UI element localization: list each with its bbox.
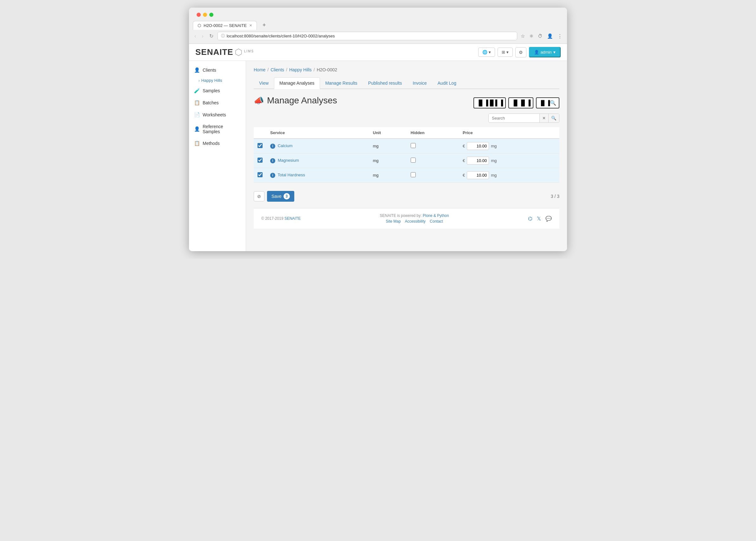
back-button[interactable]: ‹ — [193, 33, 197, 40]
user-chevron: ▾ — [554, 50, 556, 55]
price-input-2[interactable] — [467, 157, 489, 165]
clock-icon[interactable]: ⏱ — [537, 32, 544, 40]
profile-icon[interactable]: 👤 — [546, 32, 554, 40]
row-hidden-cb-1[interactable] — [411, 143, 416, 148]
tab-view[interactable]: View — [254, 77, 274, 89]
globe-icon: 🌐 — [482, 50, 488, 55]
breadcrumb-home[interactable]: Home — [254, 67, 265, 72]
minimize-window-dot[interactable] — [203, 13, 207, 17]
row-service-cell-2: i Magnesium — [266, 154, 369, 168]
tab-audit-log[interactable]: Audit Log — [432, 77, 462, 89]
row-service-cell-3: i Total Hardness — [266, 168, 369, 183]
extension-icon[interactable]: ⚛ — [528, 32, 534, 40]
address-bar[interactable]: ⓘ localhost:8080/senaite/clients/client-… — [217, 32, 517, 40]
analyses-table: Service Unit Hidden Price i Calcium — [254, 127, 560, 183]
sidebar-clients-label: Clients — [202, 68, 216, 73]
sidebar-item-worksheets[interactable]: 📄 Worksheets — [189, 109, 246, 121]
samples-icon: 🧪 — [194, 88, 200, 94]
breadcrumb-sep-1: / — [267, 67, 268, 72]
maximize-window-dot[interactable] — [209, 13, 213, 17]
cancel-button[interactable]: ⊘ — [254, 191, 264, 201]
col-price: Price — [459, 127, 560, 139]
tab-manage-results[interactable]: Manage Results — [320, 77, 363, 89]
search-go-button[interactable]: 🔍 — [548, 114, 559, 122]
info-icon-1[interactable]: i — [270, 144, 275, 149]
row-checkbox-2[interactable] — [257, 158, 262, 163]
user-button[interactable]: 👤 admin ▾ — [529, 47, 561, 57]
price-input-1[interactable] — [467, 142, 489, 150]
twitter-icon[interactable]: 𝕏 — [537, 216, 541, 222]
col-checkbox — [254, 127, 266, 139]
batches-icon: 📋 — [194, 100, 200, 106]
main-content: Home / Clients / Happy Hills / H2O-0002 … — [246, 61, 567, 251]
new-tab-button[interactable]: + — [260, 21, 268, 30]
lock-icon: ⓘ — [221, 33, 225, 39]
save-button[interactable]: Save 3 — [267, 191, 294, 202]
row-checkbox-1[interactable] — [257, 143, 262, 148]
info-icon-2[interactable]: i — [270, 158, 275, 163]
cancel-icon: ⊘ — [257, 194, 261, 199]
breadcrumb-happy-hills[interactable]: Happy Hills — [289, 67, 312, 72]
tab-published-results[interactable]: Published results — [363, 77, 408, 89]
sidebar-item-samples[interactable]: 🧪 Samples — [189, 85, 246, 97]
currency-1: € — [463, 144, 465, 149]
browser-tab[interactable]: ⬡ H2O-0002 — SENAITE ✕ — [193, 21, 257, 30]
barcode-scan-btn[interactable]: ▐▌▐🔍 — [536, 97, 560, 109]
results-count: 3 / 3 — [551, 194, 560, 199]
grid-button[interactable]: ⊞ ▾ — [498, 48, 513, 57]
tab-invoice[interactable]: Invoice — [407, 77, 432, 89]
price-input-3[interactable] — [467, 171, 489, 179]
table-header-row: Service Unit Hidden Price — [254, 127, 560, 139]
search-input[interactable] — [489, 114, 540, 122]
barcode-btn-1[interactable]: ▐▌▐▐▌▌▐ — [474, 97, 506, 109]
globe-button[interactable]: 🌐 ▾ — [478, 48, 495, 57]
chat-icon[interactable]: 💬 — [546, 216, 552, 222]
settings-button[interactable]: ⚙ — [515, 47, 527, 57]
plone-python-link[interactable]: Plone & Python — [423, 214, 449, 218]
footer-brand-link[interactable]: SENAITE — [284, 216, 301, 221]
row-unit-cell-2: mg — [369, 154, 407, 168]
service-link-1[interactable]: Calcium — [278, 143, 293, 148]
tab-manage-analyses[interactable]: Manage Analyses — [274, 77, 320, 89]
sidebar-item-batches[interactable]: 📋 Batches — [189, 97, 246, 109]
price-unit-3: mg — [491, 173, 497, 178]
row-hidden-cell-3 — [407, 168, 459, 183]
row-unit-cell-1: mg — [369, 139, 407, 154]
service-link-2[interactable]: Magnesium — [278, 158, 299, 163]
browser-toolbar: ⬡ H2O-0002 — SENAITE ✕ + ‹ › ↻ ⓘ localho… — [189, 8, 567, 44]
bookmark-icon[interactable]: ☆ — [520, 32, 526, 40]
service-link-3[interactable]: Total Hardness — [277, 173, 305, 177]
close-window-dot[interactable] — [196, 13, 201, 17]
refresh-button[interactable]: ↻ — [208, 32, 215, 40]
page-title: Manage Analyses — [267, 96, 337, 106]
menu-icon[interactable]: ⋮ — [557, 32, 563, 40]
contact-link[interactable]: Contact — [430, 219, 443, 224]
sidebar-item-happy-hills[interactable]: › Happy Hills — [189, 76, 246, 85]
sidebar-item-methods[interactable]: 📋 Methods — [189, 137, 246, 149]
sidebar: 👤 Clients › Happy Hills 🧪 Samples 📋 Batc… — [189, 61, 246, 251]
info-icon-3[interactable]: i — [270, 173, 275, 178]
search-clear-button[interactable]: ✕ — [540, 114, 548, 122]
close-tab-icon[interactable]: ✕ — [249, 23, 252, 28]
footer-links: Site Map Accessibility Contact — [301, 219, 528, 224]
tabs-bar: View Manage Analyses Manage Results Publ… — [254, 77, 560, 89]
worksheets-icon: 📄 — [194, 112, 200, 118]
row-hidden-cb-2[interactable] — [411, 158, 416, 163]
save-count-badge: 3 — [283, 193, 290, 200]
github-icon[interactable]: ⌬ — [528, 216, 533, 222]
breadcrumb-sep-3: / — [314, 67, 315, 72]
window-controls — [196, 13, 213, 17]
barcode-btn-2[interactable]: ▐▌▐▌▐ — [508, 97, 534, 109]
breadcrumb-clients[interactable]: Clients — [270, 67, 284, 72]
forward-button[interactable]: › — [200, 33, 205, 40]
price-unit-2: mg — [491, 158, 497, 163]
sidebar-item-reference-samples[interactable]: 👤 Reference Samples — [189, 121, 246, 137]
row-unit-cell-3: mg — [369, 168, 407, 183]
price-container-2: € mg — [463, 157, 556, 165]
row-hidden-cb-3[interactable] — [411, 172, 416, 177]
sidebar-item-clients[interactable]: 👤 Clients — [189, 64, 246, 76]
row-checkbox-3[interactable] — [257, 172, 262, 177]
accessibility-link[interactable]: Accessibility — [405, 219, 426, 224]
row-checkbox-cell-3 — [254, 168, 266, 183]
site-map-link[interactable]: Site Map — [386, 219, 401, 224]
